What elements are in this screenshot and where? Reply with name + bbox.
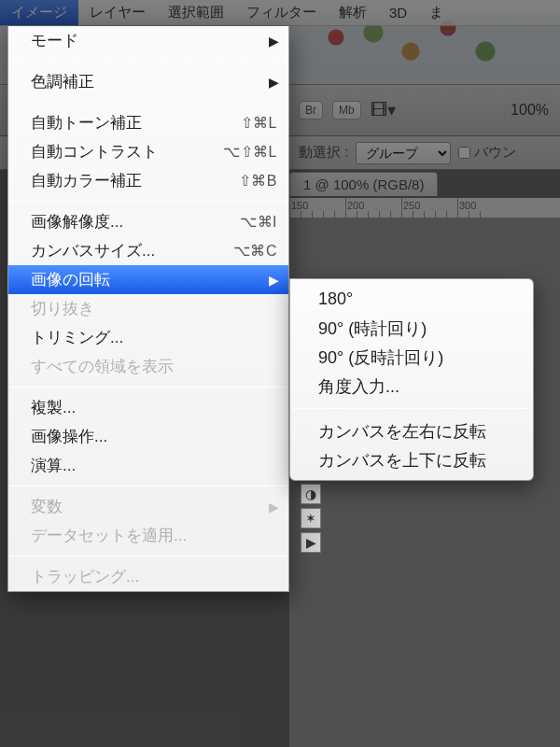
menu-item[interactable]: 演算... — [8, 451, 288, 480]
image-rotation-submenu: 180°90° (時計回り)90° (反時計回り)角度入力...カンバスを左右に… — [289, 278, 534, 481]
menu-item-label: トリミング... — [31, 327, 277, 348]
menu-item[interactable]: 画像操作... — [8, 422, 288, 451]
menu-item-label: モード — [31, 30, 277, 51]
menu-item-label: 画像の回転 — [31, 269, 277, 290]
menu-item-label: データセットを適用... — [31, 525, 277, 546]
menu-item-label: 切り抜き — [31, 298, 277, 319]
menu-item-label: 変数 — [31, 496, 277, 517]
menu-item-label: 演算... — [31, 455, 277, 476]
menu-item[interactable]: 自動トーン補正⇧⌘L — [8, 108, 288, 137]
menu-item-label: すべての領域を表示 — [31, 356, 277, 377]
submenu-item[interactable]: 90° (時計回り) — [290, 314, 533, 343]
chevron-right-icon: ▶ — [269, 500, 279, 514]
menu-item: データセットを適用... — [8, 521, 288, 550]
menu-item[interactable]: 複製... — [8, 393, 288, 422]
chevron-right-icon: ▶ — [269, 273, 279, 288]
menu-item[interactable]: 自動カラー補正⇧⌘B — [8, 166, 288, 195]
menu-item-label: 自動トーン補正 — [31, 112, 241, 134]
menu-item-label: 複製... — [31, 397, 277, 418]
submenu-item[interactable]: カンバスを上下に反転 — [290, 445, 533, 474]
menu-item-label: 画像解像度... — [31, 211, 240, 233]
menu-item-shortcut: ⌥⌘C — [233, 242, 277, 260]
menu-item-shortcut: ⇧⌘B — [239, 172, 277, 190]
menu-item-shortcut: ⇧⌘L — [241, 114, 277, 132]
submenu-item[interactable]: カンバスを左右に反転 — [290, 416, 533, 445]
menu-item[interactable]: 画像の回転▶ — [8, 265, 288, 294]
menu-item[interactable]: カンバスサイズ...⌥⌘C — [8, 236, 288, 265]
clone-icon[interactable]: ✶ — [301, 508, 321, 529]
image-menu: モード▶色調補正▶自動トーン補正⇧⌘L自動コントラスト⌥⇧⌘L自動カラー補正⇧⌘… — [7, 26, 289, 592]
menu-item[interactable]: 色調補正▶ — [8, 67, 288, 96]
menu-item[interactable]: モード▶ — [8, 26, 288, 55]
menu-item: トラッピング... — [8, 562, 288, 591]
menu-item-label: 色調補正 — [31, 71, 277, 92]
menu-item-label: カンバスサイズ... — [31, 240, 233, 261]
menu-item-shortcut: ⌥⌘I — [240, 213, 277, 231]
menu-item: 変数▶ — [8, 492, 288, 521]
brush-icon[interactable]: ◑ — [301, 484, 321, 504]
submenu-item[interactable]: 180° — [290, 285, 533, 314]
chevron-right-icon: ▶ — [269, 34, 279, 49]
menu-item: 切り抜き — [8, 294, 288, 323]
chevron-right-icon: ▶ — [269, 75, 279, 90]
menu-item-shortcut: ⌥⇧⌘L — [223, 143, 277, 161]
menu-item-label: 自動カラー補正 — [31, 170, 239, 191]
menu-item[interactable]: 画像解像度...⌥⌘I — [8, 207, 288, 236]
menu-item[interactable]: トリミング... — [8, 323, 288, 352]
menu-item-label: トラッピング... — [31, 566, 277, 587]
menu-item: すべての領域を表示 — [8, 352, 288, 381]
submenu-item[interactable]: 90° (反時計回り) — [290, 343, 533, 372]
menu-item-label: 自動コントラスト — [31, 141, 223, 162]
play-icon[interactable]: ▶ — [301, 532, 321, 553]
submenu-item[interactable]: 角度入力... — [290, 372, 533, 401]
menu-item-label: 画像操作... — [31, 426, 277, 447]
menu-item[interactable]: 自動コントラスト⌥⇧⌘L — [8, 137, 288, 166]
